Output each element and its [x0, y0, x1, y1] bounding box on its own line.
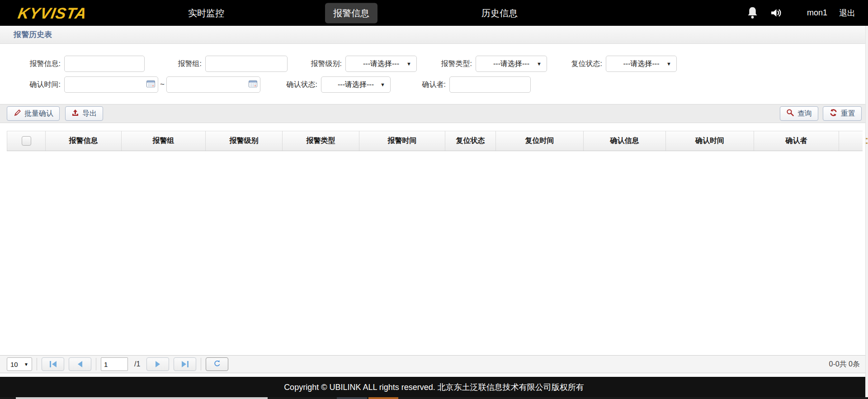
page-title: 报警历史表 — [14, 29, 52, 40]
page-size-value: 10 — [10, 361, 18, 368]
nav-tab-alarm-info[interactable]: 报警信息 — [325, 3, 377, 23]
spacer — [0, 373, 868, 377]
navbar-right-area: mon1 退出 — [746, 0, 855, 26]
page-size-group: 10 ▼ — [7, 357, 32, 371]
first-page-icon — [50, 361, 51, 367]
confirm-time-start-field — [64, 76, 158, 93]
confirm-status-label: 确认状态: — [281, 80, 317, 90]
filter-alarm-level: 报警级别: ---请选择--- ▼ — [307, 56, 417, 72]
filter-confirm-status: 确认状态: ---请选择--- ▼ — [281, 76, 391, 93]
hscrollbar-thumb[interactable] — [16, 397, 268, 399]
col-alarm-info: 报警信息 — [46, 131, 122, 151]
page-size-select[interactable]: 10 ▼ — [7, 357, 32, 371]
bottom-edge-segment — [337, 397, 367, 399]
reset-status-label: 复位状态: — [567, 59, 602, 69]
export-button[interactable]: 导出 — [65, 106, 103, 121]
date-range-separator: ~ — [158, 80, 166, 89]
filter-row-2: 确认时间: ~ 确认状态: ---请选择--- ▼ 确认 — [0, 76, 868, 93]
confirm-time-end-input[interactable] — [166, 76, 260, 93]
pagination-divider — [96, 358, 96, 370]
record-range-label: 0-0共 0条 — [829, 360, 860, 369]
col-confirm-info: 确认信息 — [584, 131, 666, 151]
filter-alarm-type: 报警类型: ---请选择--- ▼ — [437, 56, 547, 72]
alarm-type-label: 报警类型: — [437, 59, 472, 69]
top-navbar: KYVISTA 实时监控 报警信息 历史信息 mon1 退出 — [0, 0, 868, 26]
upload-icon — [71, 109, 79, 119]
breadcrumb-bar: 报警历史表 — [0, 26, 868, 44]
export-label: 导出 — [82, 109, 97, 119]
logout-button[interactable]: 退出 — [839, 8, 855, 19]
copyright-text: Copyright © UBILINK ALL rights reserved.… — [284, 382, 584, 393]
alarm-level-label: 报警级别: — [307, 59, 342, 69]
filter-alarm-info: 报警信息: — [21, 56, 145, 72]
batch-confirm-button[interactable]: 批量确认 — [7, 106, 60, 121]
query-label: 查询 — [797, 109, 812, 119]
page-number-input[interactable] — [101, 357, 128, 371]
first-page-button[interactable] — [42, 357, 64, 371]
col-alarm-group: 报警组 — [122, 131, 206, 151]
action-toolbar: 批量确认 导出 查询 重置 — [0, 104, 868, 123]
alarm-info-label: 报警信息: — [21, 59, 61, 69]
reset-button[interactable]: 重置 — [823, 106, 862, 121]
search-icon — [786, 109, 794, 119]
alarm-level-select[interactable]: ---请选择--- ▼ — [345, 56, 417, 72]
col-alarm-time: 报警时间 — [359, 131, 445, 151]
table-header-row: 报警信息 报警组 报警级别 报警类型 报警时间 复位状态 复位时间 确认信息 确… — [7, 131, 863, 151]
alarm-history-table-area: 报警信息 报警组 报警级别 报警类型 报警时间 复位状态 复位时间 确认信息 确… — [0, 123, 868, 355]
bell-icon[interactable] — [746, 6, 759, 19]
alarm-type-select[interactable]: ---请选择--- ▼ — [476, 56, 547, 72]
col-confirm-time: 确认时间 — [666, 131, 754, 151]
next-page-icon — [156, 361, 160, 367]
reset-status-select[interactable]: ---请选择--- ▼ — [606, 56, 677, 72]
alarm-group-input[interactable] — [205, 56, 288, 72]
chevron-down-icon: ▼ — [24, 362, 28, 367]
alarm-info-input[interactable] — [64, 56, 145, 72]
confirm-time-end-field — [166, 76, 260, 93]
nav-tab-history-info[interactable]: 历史信息 — [473, 3, 526, 23]
reset-label: 重置 — [841, 109, 855, 119]
filter-confirm-time: 确认时间: ~ — [21, 76, 260, 93]
prev-page-button[interactable] — [69, 357, 91, 371]
reload-table-button[interactable] — [206, 357, 228, 371]
speaker-icon[interactable] — [770, 7, 783, 19]
total-pages-label: /1 — [134, 360, 140, 368]
chevron-down-icon: ▼ — [406, 61, 411, 66]
col-alarm-type: 报警类型 — [283, 131, 359, 151]
vertical-scrollbar-track[interactable] — [865, 26, 868, 397]
chevron-down-icon: ▼ — [537, 61, 542, 66]
brand-logo: KYVISTA — [17, 4, 89, 22]
filter-confirmer: 确认者: — [416, 76, 531, 93]
confirm-time-start-input[interactable] — [64, 76, 158, 93]
filter-reset-status: 复位状态: ---请选择--- ▼ — [567, 56, 677, 72]
col-confirmer: 确认者 — [754, 131, 839, 151]
confirm-time-label: 确认时间: — [21, 80, 61, 90]
pagination-divider — [201, 358, 201, 370]
alarm-group-label: 报警组: — [172, 59, 202, 69]
username-label: mon1 — [807, 8, 827, 18]
confirm-status-select[interactable]: ---请选择--- ▼ — [321, 76, 391, 93]
nav-tab-realtime-monitor[interactable]: 实时监控 — [180, 3, 232, 23]
page-back-group — [42, 357, 91, 371]
calendar-icon[interactable] — [146, 80, 155, 90]
next-page-button[interactable] — [146, 357, 169, 371]
toolbar-left: 批量确认 导出 — [7, 106, 103, 121]
alarm-history-table: 报警信息 报警组 报警级别 报警类型 报警时间 复位状态 复位时间 确认信息 确… — [7, 131, 863, 151]
filter-panel: 报警信息: 报警组: 报警级别: ---请选择--- ▼ 报警类型: ---请选… — [0, 44, 868, 104]
col-reset-time: 复位时间 — [496, 131, 584, 151]
alarm-type-select-value: ---请选择--- — [493, 59, 529, 69]
confirmer-input[interactable] — [449, 76, 531, 93]
query-button[interactable]: 查询 — [780, 106, 818, 121]
reload-icon — [213, 360, 221, 369]
last-page-button[interactable] — [174, 357, 196, 371]
last-page-icon — [182, 361, 186, 367]
pagination-bar: 10 ▼ /1 0-0共 0条 — [0, 355, 868, 373]
batch-confirm-label: 批量确认 — [24, 109, 53, 119]
calendar-icon[interactable] — [249, 80, 257, 90]
select-all-cell — [7, 131, 46, 151]
filter-alarm-group: 报警组: — [172, 56, 288, 72]
scrollbar-marker — [866, 138, 868, 139]
select-all-checkbox[interactable] — [22, 136, 31, 146]
reset-status-select-value: ---请选择--- — [623, 59, 660, 69]
page-footer: Copyright © UBILINK ALL rights reserved.… — [0, 377, 868, 397]
confirmer-label: 确认者: — [416, 80, 446, 90]
